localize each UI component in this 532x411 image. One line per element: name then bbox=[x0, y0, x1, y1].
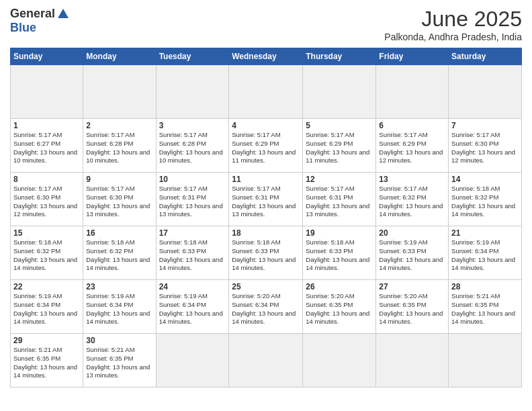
calendar-day-cell bbox=[449, 334, 522, 387]
day-info: Sunrise: 5:17 AMSunset: 6:30 PMDaylight:… bbox=[451, 131, 519, 165]
day-info: Sunrise: 5:17 AMSunset: 6:31 PMDaylight:… bbox=[306, 185, 373, 219]
day-number: 8 bbox=[13, 175, 80, 184]
day-info: Sunrise: 5:20 AMSunset: 6:34 PMDaylight:… bbox=[232, 292, 300, 326]
day-info: Sunrise: 5:18 AMSunset: 6:32 PMDaylight:… bbox=[13, 238, 80, 273]
calendar-day-cell: 23Sunrise: 5:19 AMSunset: 6:34 PMDayligh… bbox=[83, 280, 156, 334]
calendar-day-cell: 12Sunrise: 5:17 AMSunset: 6:31 PMDayligh… bbox=[303, 173, 376, 226]
day-info: Sunrise: 5:17 AMSunset: 6:30 PMDaylight:… bbox=[13, 185, 80, 219]
day-number: 9 bbox=[86, 175, 152, 184]
calendar-day-cell: 22Sunrise: 5:19 AMSunset: 6:34 PMDayligh… bbox=[11, 280, 83, 334]
calendar-day-cell bbox=[11, 65, 83, 119]
day-info: Sunrise: 5:17 AMSunset: 6:29 PMDaylight:… bbox=[379, 131, 445, 165]
calendar-table: Sunday Monday Tuesday Wednesday Thursday… bbox=[10, 48, 522, 387]
calendar-day-cell: 4Sunrise: 5:17 AMSunset: 6:29 PMDaylight… bbox=[229, 119, 303, 173]
calendar-day-cell bbox=[376, 65, 449, 119]
calendar-day-cell bbox=[229, 65, 303, 119]
day-number: 3 bbox=[159, 121, 226, 130]
day-number: 21 bbox=[451, 228, 519, 238]
day-number: 29 bbox=[13, 336, 80, 345]
day-info: Sunrise: 5:18 AMSunset: 6:32 PMDaylight:… bbox=[86, 238, 152, 273]
calendar-day-cell: 2Sunrise: 5:17 AMSunset: 6:28 PMDaylight… bbox=[83, 119, 156, 173]
day-info: Sunrise: 5:19 AMSunset: 6:34 PMDaylight:… bbox=[159, 292, 226, 326]
header-thursday: Thursday bbox=[303, 48, 376, 65]
calendar-day-cell bbox=[156, 334, 229, 387]
day-info: Sunrise: 5:17 AMSunset: 6:28 PMDaylight:… bbox=[159, 131, 226, 165]
calendar-day-cell bbox=[83, 65, 156, 119]
day-number: 26 bbox=[306, 282, 373, 291]
day-number: 18 bbox=[232, 228, 300, 238]
day-info: Sunrise: 5:18 AMSunset: 6:32 PMDaylight:… bbox=[451, 185, 519, 219]
svg-marker-0 bbox=[58, 9, 69, 18]
header-tuesday: Tuesday bbox=[156, 48, 229, 65]
main-title: June 2025 bbox=[384, 7, 522, 32]
day-number: 23 bbox=[86, 282, 152, 291]
calendar-week-row: 8Sunrise: 5:17 AMSunset: 6:30 PMDaylight… bbox=[11, 173, 522, 226]
day-number: 20 bbox=[379, 228, 445, 238]
calendar-day-cell: 27Sunrise: 5:20 AMSunset: 6:35 PMDayligh… bbox=[376, 280, 449, 334]
day-info: Sunrise: 5:17 AMSunset: 6:31 PMDaylight:… bbox=[159, 185, 226, 219]
subtitle: Palkonda, Andhra Pradesh, India bbox=[384, 32, 522, 42]
day-info: Sunrise: 5:17 AMSunset: 6:29 PMDaylight:… bbox=[232, 131, 300, 165]
calendar-week-row: 29Sunrise: 5:21 AMSunset: 6:35 PMDayligh… bbox=[11, 334, 522, 387]
logo-icon bbox=[56, 7, 70, 21]
header-friday: Friday bbox=[376, 48, 449, 65]
calendar-day-cell bbox=[303, 65, 376, 119]
calendar-day-cell: 9Sunrise: 5:17 AMSunset: 6:30 PMDaylight… bbox=[83, 173, 156, 226]
header-wednesday: Wednesday bbox=[229, 48, 303, 65]
day-number: 17 bbox=[159, 228, 226, 238]
calendar-day-cell: 21Sunrise: 5:19 AMSunset: 6:34 PMDayligh… bbox=[449, 226, 522, 280]
day-info: Sunrise: 5:21 AMSunset: 6:35 PMDaylight:… bbox=[13, 346, 80, 380]
day-info: Sunrise: 5:18 AMSunset: 6:33 PMDaylight:… bbox=[306, 238, 373, 273]
day-info: Sunrise: 5:21 AMSunset: 6:35 PMDaylight:… bbox=[86, 346, 152, 380]
day-number: 2 bbox=[86, 121, 152, 130]
logo-blue-text: Blue bbox=[10, 21, 36, 35]
logo-general-text: General bbox=[10, 7, 55, 21]
header-saturday: Saturday bbox=[449, 48, 522, 65]
calendar-day-cell: 3Sunrise: 5:17 AMSunset: 6:28 PMDaylight… bbox=[156, 119, 229, 173]
header-sunday: Sunday bbox=[11, 48, 83, 65]
day-number: 6 bbox=[379, 121, 445, 130]
day-number: 15 bbox=[13, 228, 80, 238]
header: General Blue June 2025 Palkonda, Andhra … bbox=[10, 7, 522, 42]
day-info: Sunrise: 5:17 AMSunset: 6:31 PMDaylight:… bbox=[232, 185, 300, 219]
day-info: Sunrise: 5:18 AMSunset: 6:33 PMDaylight:… bbox=[159, 238, 226, 273]
calendar-day-cell: 15Sunrise: 5:18 AMSunset: 6:32 PMDayligh… bbox=[11, 226, 83, 280]
calendar-day-cell: 10Sunrise: 5:17 AMSunset: 6:31 PMDayligh… bbox=[156, 173, 229, 226]
calendar-week-row: 1Sunrise: 5:17 AMSunset: 6:27 PMDaylight… bbox=[11, 119, 522, 173]
day-info: Sunrise: 5:17 AMSunset: 6:30 PMDaylight:… bbox=[86, 185, 152, 219]
calendar-day-cell: 8Sunrise: 5:17 AMSunset: 6:30 PMDaylight… bbox=[11, 173, 83, 226]
day-info: Sunrise: 5:19 AMSunset: 6:34 PMDaylight:… bbox=[13, 292, 80, 326]
day-info: Sunrise: 5:19 AMSunset: 6:33 PMDaylight:… bbox=[379, 238, 445, 273]
calendar-day-cell: 18Sunrise: 5:18 AMSunset: 6:33 PMDayligh… bbox=[229, 226, 303, 280]
calendar-day-cell: 25Sunrise: 5:20 AMSunset: 6:34 PMDayligh… bbox=[229, 280, 303, 334]
calendar-day-cell: 6Sunrise: 5:17 AMSunset: 6:29 PMDaylight… bbox=[376, 119, 449, 173]
day-number: 13 bbox=[379, 175, 445, 184]
calendar-day-cell: 28Sunrise: 5:21 AMSunset: 6:35 PMDayligh… bbox=[449, 280, 522, 334]
calendar-day-cell: 14Sunrise: 5:18 AMSunset: 6:32 PMDayligh… bbox=[449, 173, 522, 226]
day-number: 30 bbox=[86, 336, 152, 345]
calendar-day-cell: 11Sunrise: 5:17 AMSunset: 6:31 PMDayligh… bbox=[229, 173, 303, 226]
calendar-day-cell: 13Sunrise: 5:17 AMSunset: 6:32 PMDayligh… bbox=[376, 173, 449, 226]
calendar-day-cell bbox=[376, 334, 449, 387]
calendar-day-cell: 20Sunrise: 5:19 AMSunset: 6:33 PMDayligh… bbox=[376, 226, 449, 280]
calendar-week-row: 22Sunrise: 5:19 AMSunset: 6:34 PMDayligh… bbox=[11, 280, 522, 334]
day-info: Sunrise: 5:21 AMSunset: 6:35 PMDaylight:… bbox=[451, 292, 519, 326]
calendar-day-cell: 16Sunrise: 5:18 AMSunset: 6:32 PMDayligh… bbox=[83, 226, 156, 280]
day-info: Sunrise: 5:17 AMSunset: 6:27 PMDaylight:… bbox=[13, 131, 80, 165]
day-number: 5 bbox=[306, 121, 373, 130]
calendar-day-cell: 30Sunrise: 5:21 AMSunset: 6:35 PMDayligh… bbox=[83, 334, 156, 387]
day-number: 1 bbox=[13, 121, 80, 130]
calendar-day-cell bbox=[449, 65, 522, 119]
day-number: 24 bbox=[159, 282, 226, 291]
logo: General Blue bbox=[10, 7, 70, 35]
day-info: Sunrise: 5:20 AMSunset: 6:35 PMDaylight:… bbox=[306, 292, 373, 326]
day-number: 7 bbox=[451, 121, 519, 130]
day-number: 22 bbox=[13, 282, 80, 291]
calendar-day-cell bbox=[229, 334, 303, 387]
day-number: 27 bbox=[379, 282, 445, 291]
day-number: 25 bbox=[232, 282, 300, 291]
calendar-header-row: Sunday Monday Tuesday Wednesday Thursday… bbox=[11, 48, 522, 65]
calendar-day-cell: 7Sunrise: 5:17 AMSunset: 6:30 PMDaylight… bbox=[449, 119, 522, 173]
day-number: 28 bbox=[451, 282, 519, 291]
calendar-day-cell: 5Sunrise: 5:17 AMSunset: 6:29 PMDaylight… bbox=[303, 119, 376, 173]
